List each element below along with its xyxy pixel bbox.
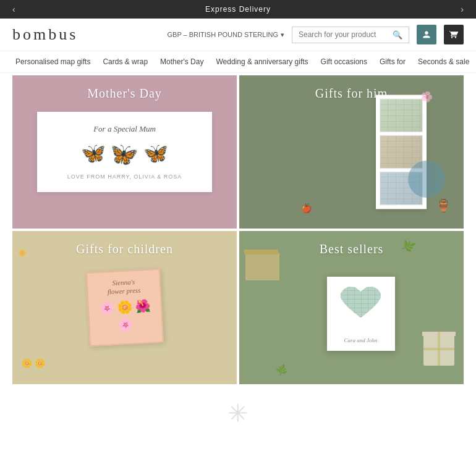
flower-icon-2: 🌼 <box>116 299 132 314</box>
header-right: GBP – BRITISH POUND STERLING ▾ 🔍 <box>167 25 464 44</box>
flower-icon-1: 🌸 <box>98 300 114 315</box>
ribbon-horizontal <box>423 348 454 350</box>
nav-item-gifts-for[interactable]: Gifts for <box>373 51 412 72</box>
grid-item-gifts-him[interactable]: Gifts for him 🏺 🍎 🌸 <box>239 75 464 229</box>
daisy-1: 🌼 <box>22 358 32 368</box>
flower-icon-3: 🌺 <box>134 298 150 313</box>
nav-item-sale[interactable]: Seconds & sale <box>412 51 475 72</box>
grid-item-best-sellers[interactable]: Best sellers Cara and John 🌿 🌿 <box>239 231 464 384</box>
nav-item-wedding[interactable]: Wedding & anniversary gifts <box>210 51 314 72</box>
currency-selector[interactable]: GBP – BRITISH POUND STERLING ▾ <box>167 31 284 39</box>
next-arrow[interactable]: › <box>461 4 464 14</box>
grid-item-gifts-children[interactable]: Gifts for children 🌼 🌼 🌼 Sienna'sflower … <box>12 231 237 384</box>
gifts-children-label: Gifts for children <box>12 242 237 256</box>
heart-map-frame: Cara and John <box>327 277 395 351</box>
mothers-day-label: Mother's Day <box>12 86 237 101</box>
currency-label: GBP – BRITISH POUND STERLING <box>167 31 278 38</box>
prev-arrow[interactable]: ‹ <box>12 4 15 14</box>
search-bar: 🔍 <box>292 27 409 43</box>
gift-box-1 <box>245 253 279 280</box>
butterfly-3: 🦋 <box>143 141 168 167</box>
compass-decoration: ✳ <box>0 399 476 427</box>
search-icon[interactable]: 🔍 <box>393 30 402 40</box>
nav-item-mothers-day[interactable]: Mother's Day <box>154 51 210 72</box>
heart-map-shape <box>334 284 387 334</box>
header: bombus GBP – BRITISH POUND STERLING ▾ 🔍 <box>0 19 476 51</box>
daisy-decorations: 🌼 🌼 <box>22 358 45 369</box>
mothers-day-byline: LOVE FROM HARRY, OLIVIA & ROSA <box>46 174 203 180</box>
daisy-2: 🌼 <box>35 358 45 368</box>
him-decor <box>408 161 445 198</box>
flower-icons: 🌸 🌼 🌺 🌸 <box>95 298 156 333</box>
small-daisy: 🌼 <box>19 250 26 256</box>
heart-map-names: Cara and John <box>334 337 388 343</box>
flower-press-title: Sienna'sflower press <box>93 277 153 298</box>
announcement-text: Express Delivery <box>205 5 271 14</box>
flower-press-box: Sienna'sflower press 🌸 🌼 🌺 🌸 <box>85 269 163 346</box>
nav-item-cards[interactable]: Cards & wrap <box>96 51 154 72</box>
map-tile-1 <box>380 99 423 133</box>
flower-icon-4: 🌸 <box>117 316 134 332</box>
main-grid: Mother's Day For a Special Mum 🦋 🦋 🦋 LOV… <box>0 73 476 387</box>
grid-item-mothers-day[interactable]: Mother's Day For a Special Mum 🦋 🦋 🦋 LOV… <box>12 75 237 229</box>
search-input[interactable] <box>299 30 393 39</box>
announcement-bar: ‹ Express Delivery › <box>0 0 476 19</box>
nav-item-occasions[interactable]: Gift occasions <box>315 51 373 72</box>
vase-decoration: 🏺 <box>436 198 451 213</box>
logo[interactable]: bombus <box>12 25 78 44</box>
mothers-day-inner-frame: For a Special Mum 🦋 🦋 🦋 LOVE FROM HARRY,… <box>37 112 212 192</box>
fruit-decoration: 🍎 <box>301 203 312 213</box>
mothers-day-subtitle: For a Special Mum <box>46 124 203 134</box>
user-icon-button[interactable] <box>417 25 436 44</box>
butterfly-2: 🦋 <box>111 141 138 167</box>
cart-icon-button[interactable] <box>444 25 464 44</box>
currency-arrow-icon: ▾ <box>281 31 284 39</box>
bottom-area: ✳ <box>0 387 476 434</box>
nav-item-personalised-map[interactable]: Personalised map gifts <box>9 51 96 72</box>
leaf-decoration-2: 🌿 <box>275 364 288 377</box>
gift-box-1-lid <box>244 250 278 254</box>
main-nav: Personalised map gifts Cards & wrap Moth… <box>0 51 476 73</box>
butterfly-decoration: 🦋 🦋 🦋 <box>46 141 203 167</box>
butterfly-1: 🦋 <box>81 141 106 167</box>
